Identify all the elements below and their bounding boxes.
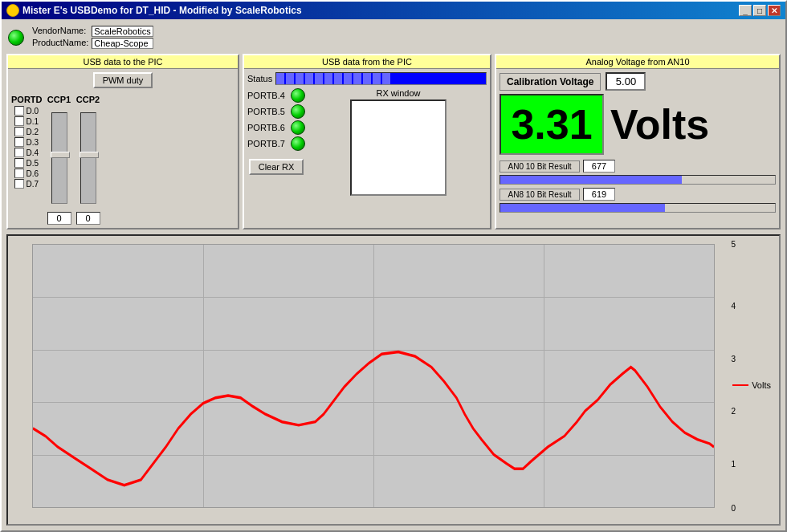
an8-label: AN8 10 Bit Result [500,189,580,201]
ccp1-slider-thumb[interactable] [51,152,70,158]
portd-checkboxes: D.0 D.1 D.2 D.3 D.4 D.5 D.6 D.7 [14,106,39,189]
y-label-5: 5 [731,240,736,249]
portb6-row: PORTB.6 [247,120,305,135]
usb-from-inner: PORTB.4 PORTB.5 PORTB.6 [247,88,487,196]
ccp2-value[interactable]: 0 [76,212,100,225]
seg8 [344,73,352,84]
product-name-value: Cheap-Scope [92,38,153,49]
connection-led [8,30,24,46]
pwm-duty-label[interactable]: PWM duty [93,72,153,88]
portb7-row: PORTB.7 [247,136,305,151]
cb-d6: D.6 [14,169,39,178]
portb4-row: PORTB.4 [247,88,305,103]
vendor-name-value: ScaleRobotics [92,26,153,37]
seg1 [276,73,284,84]
cb-d3-label: D.3 [26,138,39,147]
cb-d3-box[interactable] [14,137,24,147]
y-label-2: 2 [731,407,736,416]
an0-bar [500,175,776,185]
cb-d0-label: D.0 [26,107,39,116]
seg10 [363,73,371,84]
an8-row: AN8 10 Bit Result 619 [500,188,776,201]
cb-d4-box[interactable] [14,148,24,157]
status-row: Status [247,72,487,85]
rx-column: RX window [310,88,487,196]
portb5-led [291,104,305,119]
portb7-led [291,136,305,151]
cb-d6-box[interactable] [14,169,24,178]
app-icon [6,4,19,17]
window-title: Mister E's USBDemo for DT_HID - Modified… [22,5,302,16]
volts-label: Volts [610,100,709,148]
cb-d4-label: D.4 [26,148,39,157]
cb-d0-box[interactable] [14,106,24,116]
usb-from-pic-content: Status [244,69,490,199]
cb-d5-label: D.5 [26,159,39,168]
minimize-button[interactable]: _ [739,5,752,16]
an8-bar [500,203,776,213]
seg11 [373,73,381,84]
clear-rx-button[interactable]: Clear RX [249,159,304,175]
maximize-button[interactable]: □ [753,5,766,16]
seg2 [286,73,294,84]
ccp2-label: CCP2 [76,95,100,104]
top-info: VendorName: ScaleRobotics ProductName: C… [6,24,781,51]
close-button[interactable]: ✕ [768,5,781,16]
seg6 [324,73,332,84]
ccp1-value[interactable]: 0 [47,212,71,225]
y-label-4: 4 [731,301,736,310]
y-label-0: 0 [731,504,736,513]
usb-from-pic-header: USB data from the PIC [244,55,490,69]
an0-row: AN0 10 Bit Result 677 [500,160,776,173]
product-name-label: ProductName: [32,38,88,49]
title-buttons: _ □ ✕ [739,5,781,16]
seg7 [334,73,342,84]
y-axis: 5 4 3 2 1 0 [715,244,739,508]
device-info: VendorName: ScaleRobotics ProductName: C… [32,26,153,49]
ccp1-group: CCP1 0 [47,95,71,225]
cb-d7: D.7 [14,179,39,189]
ccp2-slider-track[interactable] [80,112,96,204]
cal-voltage-row: Calibration Voltage 5.00 [500,72,776,91]
analog-content: Calibration Voltage 5.00 3.31 Volts AN0 … [496,69,779,216]
portb4-led [291,88,305,103]
cb-d2: D.2 [14,127,39,136]
cb-d5-box[interactable] [14,158,24,168]
analog-panel: Analog Voltage from AN10 Calibration Vol… [495,54,781,229]
an0-label: AN0 10 Bit Result [500,160,580,173]
rx-window[interactable] [350,99,447,196]
an0-value: 677 [583,160,615,173]
y-label-1: 1 [731,460,736,469]
title-bar: Mister E's USBDemo for DT_HID - Modified… [2,2,785,19]
seg9 [353,73,361,84]
ccp2-slider-container [80,106,96,210]
ccp1-slider-container [51,106,67,210]
main-content: VendorName: ScaleRobotics ProductName: C… [2,19,785,530]
portb4-label: PORTB.4 [247,91,287,100]
cb-d2-label: D.2 [26,128,39,136]
status-progress-bar [275,72,487,85]
chart-inner [32,244,715,508]
main-window: Mister E's USBDemo for DT_HID - Modified… [0,0,787,532]
cal-voltage-value[interactable]: 5.00 [606,72,646,91]
cb-d1: D.1 [14,116,39,126]
cb-d3: D.3 [14,137,39,147]
portb6-led [291,120,305,135]
seg3 [296,73,304,84]
portb5-row: PORTB.5 [247,104,305,119]
seg5 [315,73,323,84]
cb-d6-label: D.6 [26,169,39,178]
cb-d7-box[interactable] [14,179,24,189]
voltage-line [33,352,714,485]
ccp2-slider-thumb[interactable] [80,152,99,158]
y-label-3: 3 [731,354,736,363]
ports-row: PORTD D.0 D.1 D.2 D.3 D.4 D.5 D.6 D.7 [11,95,100,225]
clear-rx-container: Clear RX [247,156,305,175]
ccp1-slider-track[interactable] [51,112,67,204]
legend-label: Volts [752,380,771,390]
cb-d1-box[interactable] [14,116,24,126]
ccp2-group: CCP2 0 [76,95,100,225]
cb-d7-label: D.7 [26,180,39,189]
status-label: Status [247,74,272,83]
cb-d2-box[interactable] [14,127,24,136]
